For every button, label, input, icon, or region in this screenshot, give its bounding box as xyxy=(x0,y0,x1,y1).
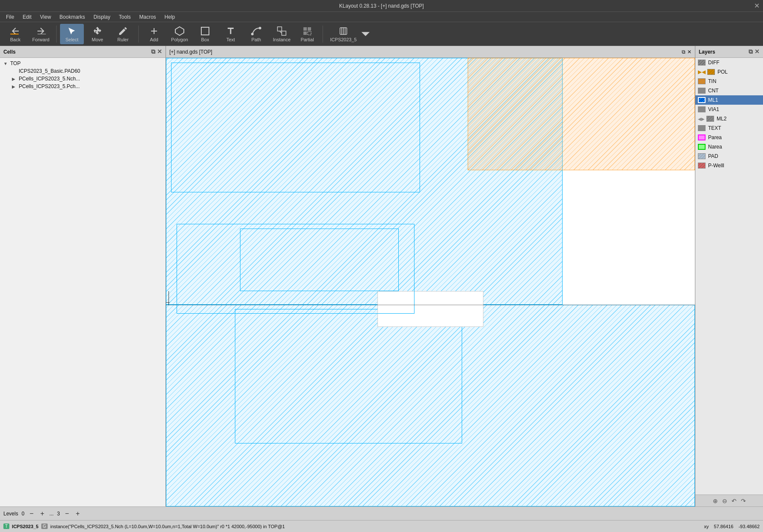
layers-redo-btn[interactable]: ↷ xyxy=(740,497,747,505)
icps-button[interactable]: ICPS2023_5 xyxy=(326,24,360,44)
back-button[interactable]: Back xyxy=(3,24,27,44)
ruler-icon xyxy=(118,26,128,36)
path-icon xyxy=(251,26,261,36)
top-arrow: ▼ xyxy=(3,61,9,66)
text-button[interactable]: Text xyxy=(219,24,243,44)
layer-text[interactable]: TEXT xyxy=(695,123,763,133)
layer-swatch-ml2 xyxy=(706,116,714,122)
main-layout: Cells ⧉ ✕ ▼ TOP ICPS2023_5_Basic.PAD60 ▶… xyxy=(0,46,763,506)
forward-button[interactable]: Forward xyxy=(29,24,53,44)
levels-minus2-btn[interactable]: − xyxy=(63,510,71,518)
layer-ml2[interactable]: ◀▶ ML2 xyxy=(695,114,763,123)
back-icon xyxy=(10,26,20,36)
layers-header-controls: ⧉ ✕ xyxy=(749,48,760,55)
canvas-titlebar: [+] nand.gds [TOP] ⧉ ✕ xyxy=(166,46,695,58)
layer-label-narea: Narea xyxy=(708,144,722,150)
layer-tin[interactable]: TIN xyxy=(695,77,763,86)
box-button[interactable]: Box xyxy=(193,24,217,44)
delete-layer-btn[interactable]: ⊖ xyxy=(721,497,728,505)
layer-swatch-diff xyxy=(698,60,706,66)
menu-tools[interactable]: Tools xyxy=(114,13,135,21)
svg-rect-6 xyxy=(277,27,282,31)
pcells-pch-arrow: ▶ xyxy=(12,84,17,89)
layer-label-tin: TIN xyxy=(708,78,716,84)
canvas-title: [+] nand.gds [TOP] xyxy=(169,49,212,55)
menu-display[interactable]: Display xyxy=(89,13,114,21)
titlebar-close[interactable]: ✕ xyxy=(754,2,760,10)
statusbar-cell-name: ICPS2023_5 xyxy=(12,524,38,529)
layers-close-btn[interactable]: ✕ xyxy=(754,48,760,55)
levels-max-value: 3 xyxy=(57,511,60,517)
layer-swatch-parea xyxy=(698,134,706,140)
layer-swatch-text xyxy=(698,125,706,131)
polygon-button[interactable]: Polygon xyxy=(168,24,191,44)
layer-narea[interactable]: Narea xyxy=(695,142,763,152)
select-button[interactable]: Select xyxy=(60,24,84,44)
partial-button[interactable]: Partial xyxy=(295,24,319,44)
separator-1 xyxy=(56,26,57,43)
layers-title: Layers xyxy=(699,49,715,55)
ruler-button[interactable]: Ruler xyxy=(111,24,135,44)
add-label: Add xyxy=(150,37,158,42)
layers-restore-btn[interactable]: ⧉ xyxy=(749,48,753,55)
layer-label-diff: DIFF xyxy=(708,60,720,66)
pol-arrow-icon: ▶◀ xyxy=(698,69,706,75)
layer-parea[interactable]: Parea xyxy=(695,133,763,142)
icps-basic-label: ICPS2023_5_Basic.PAD60 xyxy=(19,68,80,74)
statusbar: T ICPS2023_5 G instance("PCells_ICPS2023… xyxy=(0,520,763,532)
cells-restore-btn[interactable]: ⧉ xyxy=(151,48,155,55)
new-layer-btn[interactable]: ⊕ xyxy=(712,497,719,505)
tree-item-pcells-nch[interactable]: ▶ PCells_ICPS2023_5.Nch... xyxy=(2,75,164,83)
layer-pol[interactable]: ▶◀ POL xyxy=(695,67,763,77)
layer-swatch-ml1 xyxy=(698,97,706,103)
layer-pad[interactable]: PAD xyxy=(695,152,763,161)
layer-swatch-pol xyxy=(707,69,715,75)
statusbar-x-coord: 57.86416 xyxy=(714,524,734,529)
levels-plus1-btn[interactable]: + xyxy=(39,510,46,518)
layer-label-via1: VIA1 xyxy=(708,106,719,112)
layers-bottom-toolbar: ⊕ ⊖ ↶ ↷ xyxy=(695,495,763,506)
instance-button[interactable]: Instance xyxy=(270,24,294,44)
statusbar-xy-label: xy xyxy=(704,524,709,529)
tree-item-icps-basic[interactable]: ICPS2023_5_Basic.PAD60 xyxy=(2,67,164,75)
add-button[interactable]: Add xyxy=(142,24,166,44)
levels-plus2-btn[interactable]: + xyxy=(74,510,81,518)
tree-item-top[interactable]: ▼ TOP xyxy=(2,60,164,67)
menu-file[interactable]: File xyxy=(2,13,18,21)
layers-up-btn[interactable]: ↶ xyxy=(731,497,737,505)
ruler-label: Ruler xyxy=(117,37,129,42)
menu-edit[interactable]: Edit xyxy=(18,13,36,21)
svg-rect-0 xyxy=(10,34,19,34)
tree-item-pcells-pch[interactable]: ▶ PCells_ICPS2023_5.Pch... xyxy=(2,83,164,90)
move-button[interactable]: Move xyxy=(86,24,109,44)
layer-swatch-via1 xyxy=(698,106,706,112)
canvas-restore-btn[interactable]: ⧉ xyxy=(682,49,686,55)
statusbar-instance-text: instance("PCells_ICPS2023_5.Nch (L=10.0u… xyxy=(50,524,285,529)
layer-cnt[interactable]: CNT xyxy=(695,86,763,95)
cells-close-btn[interactable]: ✕ xyxy=(157,48,162,55)
levels-minus1-btn[interactable]: − xyxy=(28,510,35,518)
layer-ml1[interactable]: ML1 xyxy=(695,95,763,105)
menu-help[interactable]: Help xyxy=(160,13,180,21)
svg-rect-1 xyxy=(37,34,46,34)
layer-label-pol: POL xyxy=(717,69,728,75)
menu-bookmarks[interactable]: Bookmarks xyxy=(55,13,89,21)
icps-label: ICPS2023_5 xyxy=(330,37,357,42)
text-icon xyxy=(226,26,236,36)
icps-dropdown[interactable] xyxy=(362,24,369,44)
path-button[interactable]: Path xyxy=(244,24,268,44)
menu-macros[interactable]: Macros xyxy=(135,13,160,21)
canvas-close-btn[interactable]: ✕ xyxy=(687,49,692,55)
move-label: Move xyxy=(92,37,103,42)
canvas-content[interactable] xyxy=(166,58,695,506)
svg-point-5 xyxy=(259,27,261,29)
statusbar-g-icon: G xyxy=(41,523,48,529)
canvas-area[interactable]: [+] nand.gds [TOP] ⧉ ✕ xyxy=(166,46,695,506)
region-outline-mid2 xyxy=(240,229,399,292)
layer-via1[interactable]: VIA1 xyxy=(695,105,763,114)
ml2-arrows-icon: ◀▶ xyxy=(698,117,705,121)
layer-diff[interactable]: DIFF xyxy=(695,58,763,67)
layer-swatch-pwell xyxy=(698,163,706,169)
layer-pwell[interactable]: P-Welll xyxy=(695,161,763,170)
menu-view[interactable]: View xyxy=(36,13,55,21)
